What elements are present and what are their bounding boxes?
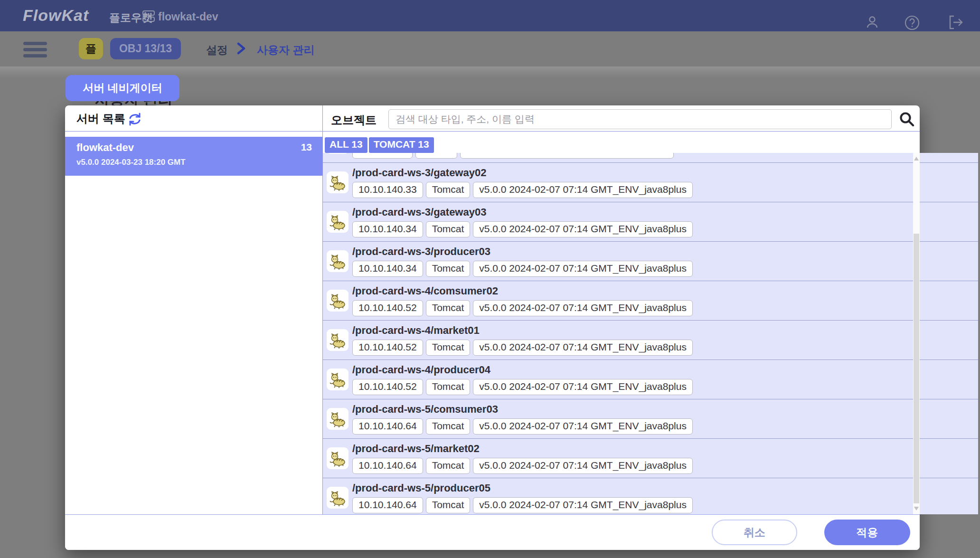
type-chip: Tomcat: [426, 497, 471, 513]
ip-chip: 10.10.140.64: [352, 418, 423, 435]
version-chip: [460, 153, 674, 159]
object-row[interactable]: /prod-card-ws-3/gateway02 10.10.140.33 T…: [323, 163, 978, 202]
ip-chip: 10.10.140.34: [352, 221, 423, 237]
obj-count-button[interactable]: OBJ 13/13: [110, 38, 181, 59]
version-chip: v5.0.0 2024-02-07 07:14 GMT_ENV_java8plu…: [473, 300, 693, 316]
object-row[interactable]: /prod-card-ws-4/producer04 10.10.140.52 …: [323, 360, 978, 399]
tomcat-icon: [327, 408, 349, 430]
object-list-viewport: /prod-card-ws-3/gateway02 10.10.140.33 T…: [323, 153, 978, 514]
tomcat-icon: [327, 290, 349, 312]
ip-chip: 10.10.140.52: [352, 379, 423, 395]
object-row[interactable]: /prod-card-ws-3/producer03 10.10.140.34 …: [323, 242, 978, 281]
type-chip: Tomcat: [426, 340, 471, 356]
type-chip: [415, 153, 457, 159]
version-chip: v5.0.0 2024-02-07 07:14 GMT_ENV_java8plu…: [473, 379, 693, 395]
type-chip: Tomcat: [426, 418, 471, 435]
tomcat-icon: [327, 211, 349, 233]
server-stack-icon: [142, 10, 155, 24]
server-path: /prod-card-ws-5/comsumer03: [352, 403, 498, 416]
server-path: /prod-card-ws-4/producer04: [352, 364, 490, 376]
version-chip: v5.0.0 2024-02-07 07:14 GMT_ENV_java8plu…: [473, 418, 693, 435]
version-chip: v5.0.0 2024-02-07 07:14 GMT_ENV_java8plu…: [473, 458, 693, 474]
server-path: /prod-card-ws-3/producer03: [352, 246, 490, 258]
ip-chip: [352, 153, 413, 159]
breadcrumb-current[interactable]: 사용자 관리: [257, 43, 314, 57]
tomcat-icon: [327, 153, 349, 154]
type-chip: Tomcat: [426, 182, 471, 198]
tomcat-icon: [327, 447, 349, 469]
hamburger-menu-icon[interactable]: [23, 42, 47, 57]
apply-button[interactable]: 적용: [824, 520, 910, 545]
tomcat-icon: [327, 369, 349, 390]
tomcat-icon: [327, 487, 349, 509]
cancel-button[interactable]: 취소: [712, 520, 797, 545]
object-row[interactable]: /prod-card-ws-4/market01 10.10.140.52 To…: [323, 321, 978, 360]
object-row-partial[interactable]: [323, 153, 978, 163]
version-chip: v5.0.0 2024-02-07 07:14 GMT_ENV_java8plu…: [473, 221, 693, 237]
tomcat-icon: [327, 171, 349, 193]
scrollbar-thumb[interactable]: [914, 234, 919, 503]
scroll-up-icon[interactable]: [914, 157, 919, 161]
version-chip: v5.0.0 2024-02-07 07:14 GMT_ENV_java8plu…: [473, 340, 693, 356]
tomcat-icon: [327, 329, 349, 351]
project-badge[interactable]: 플: [79, 38, 103, 59]
objects-label: 오브젝트: [331, 113, 377, 128]
workspace-name: flowkat-dev: [158, 10, 218, 23]
version-chip: v5.0.0 2024-02-07 07:14 GMT_ENV_java8plu…: [473, 497, 693, 513]
ip-chip: 10.10.140.64: [352, 497, 423, 513]
list-scrollbar[interactable]: [913, 153, 920, 514]
help-icon[interactable]: [904, 14, 921, 33]
server-path: /prod-card-ws-4/comsumer02: [352, 285, 498, 297]
server-list-title: 서버 목록: [76, 111, 125, 126]
server-version: v5.0.0 2024-03-23 18:20 GMT: [76, 158, 186, 167]
screen: FlowKat 플로우캣 flowkat-dev: [0, 0, 980, 558]
modal-title: 서버 네비게이터: [66, 75, 179, 101]
server-navigator-modal: 서버 목록 flowkat-dev 13 v5.0.0 2024-03-23 1…: [65, 105, 920, 550]
ip-chip: 10.10.140.33: [352, 182, 423, 198]
scroll-down-icon[interactable]: [914, 507, 919, 511]
type-chip: Tomcat: [426, 379, 471, 395]
object-search-input[interactable]: [388, 109, 892, 129]
user-icon[interactable]: [864, 14, 880, 32]
server-path: /prod-card-ws-5/producer05: [352, 482, 490, 494]
object-row[interactable]: /prod-card-ws-5/market02 10.10.140.64 To…: [323, 439, 978, 478]
tab-tomcat[interactable]: TOMCAT 13: [369, 137, 434, 153]
server-path: /prod-card-ws-3/gateway02: [352, 167, 486, 179]
search-icon[interactable]: [897, 110, 916, 129]
type-chip: Tomcat: [426, 458, 471, 474]
toolbar: 플 OBJ 13/13 설정 사용자 관리: [0, 31, 980, 66]
type-chip: Tomcat: [426, 300, 471, 316]
object-row[interactable]: /prod-card-ws-4/comsumer02 10.10.140.52 …: [323, 281, 978, 321]
ip-chip: 10.10.140.52: [352, 300, 423, 316]
ip-chip: 10.10.140.34: [352, 261, 423, 277]
logout-icon[interactable]: [947, 14, 963, 32]
tomcat-icon: [327, 250, 349, 272]
version-chip: v5.0.0 2024-02-07 07:14 GMT_ENV_java8plu…: [473, 182, 693, 198]
breadcrumb-settings[interactable]: 설정: [206, 43, 228, 57]
object-row[interactable]: /prod-card-ws-5/producer05 10.10.140.64 …: [323, 478, 978, 514]
object-row[interactable]: /prod-card-ws-5/comsumer03 10.10.140.64 …: [323, 399, 978, 439]
dimmed-page-heading: 사용자 관리: [95, 101, 247, 105]
server-list-item-selected[interactable]: flowkat-dev 13 v5.0.0 2024-03-23 18:20 G…: [65, 137, 322, 176]
refresh-icon[interactable]: [127, 111, 143, 127]
tab-all[interactable]: ALL 13: [325, 137, 368, 153]
object-row[interactable]: /prod-card-ws-3/gateway03 10.10.140.34 T…: [323, 202, 978, 242]
server-object-count: 13: [301, 142, 312, 153]
chevron-right-icon: [236, 42, 246, 57]
type-chip: Tomcat: [426, 221, 471, 237]
app-header: FlowKat 플로우캣 flowkat-dev: [0, 0, 980, 31]
server-name: flowkat-dev: [76, 142, 134, 154]
object-type-tabs: ALL 13 TOMCAT 13: [323, 132, 920, 153]
server-path: /prod-card-ws-5/market02: [352, 443, 480, 455]
ip-chip: 10.10.140.52: [352, 340, 423, 356]
ip-chip: 10.10.140.64: [352, 458, 423, 474]
server-path: /prod-card-ws-3/gateway03: [352, 206, 486, 218]
type-chip: Tomcat: [426, 261, 471, 277]
modal-footer: 취소 적용: [65, 514, 920, 550]
app-logo: FlowKat: [23, 6, 89, 25]
server-path: /prod-card-ws-4/market01: [352, 324, 480, 337]
version-chip: v5.0.0 2024-02-07 07:14 GMT_ENV_java8plu…: [473, 261, 693, 277]
